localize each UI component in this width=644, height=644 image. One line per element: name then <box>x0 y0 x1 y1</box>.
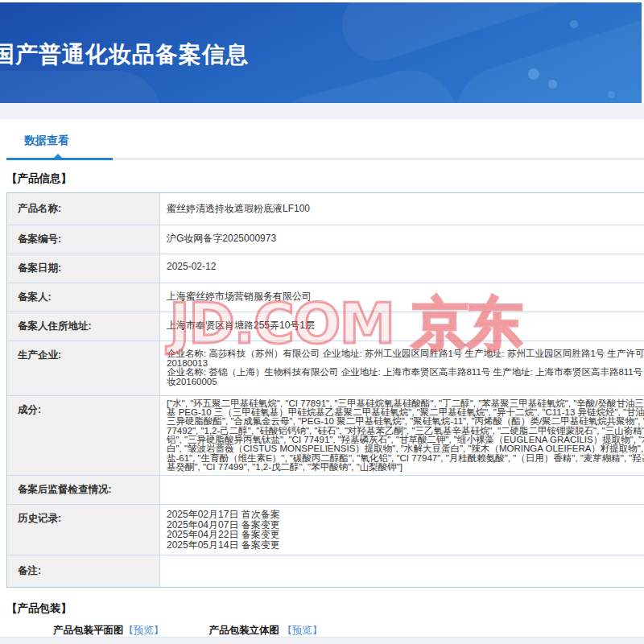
row-value: 2025年02月17日 首次备案 2025年04月07日 备案变更 2025年0… <box>160 505 644 555</box>
history-line: 2025年05月14日 备案变更 <box>167 540 644 551</box>
table-row-supervision: 备案后监督检查情况: <box>7 476 644 505</box>
row-label: 备案人: <box>7 283 160 312</box>
table-row-filing-number: 备案编号: 沪G妆网备字2025000973 <box>7 225 644 254</box>
history-line: 2025年04月22日 备案变更 <box>167 530 644 540</box>
banner-decor-dot <box>548 80 557 89</box>
row-label: 备案后监督检查情况: <box>7 476 160 504</box>
packaging-flat-preview-link[interactable]: 【预览】 <box>124 625 164 636</box>
row-label: 产品名称: <box>7 193 160 225</box>
row-label: 生产企业: <box>7 341 160 395</box>
manufacturer-line: 妆20160005 <box>167 378 644 387</box>
row-value <box>160 476 644 504</box>
tab-bar: 数据查看 <box>6 119 644 160</box>
packaging-previews: 产品包装平面图【预览】产品包装立体图 【预览】 <box>53 624 644 638</box>
page-title: 国产普通化妆品备案信息 <box>0 39 249 70</box>
tab-pointer-icon <box>53 154 63 159</box>
table-row-ingredients: 成分: ["水", "环五聚二甲基硅氧烷", "CI 77891", "三甲基硅… <box>7 396 644 476</box>
row-value <box>160 555 644 587</box>
product-info-table: 产品名称: 蜜丝婷清透持妆遮瑕粉底液LF100 备案编号: 沪G妆网备字2025… <box>6 192 644 588</box>
table-row-filer-address: 备案人住所地址: 上海市奉贤区肖塘路255弄10号1层 <box>7 312 644 341</box>
row-value: 企业名称: 高莎科技（苏州）有限公司 企业地址: 苏州工业园区同胜路1号 生产地… <box>160 341 644 395</box>
section-packaging: 【产品包装】 <box>6 601 644 616</box>
page-banner: 国产普通化妆品备案信息 <box>0 2 642 103</box>
banner-decor-dot <box>608 91 615 98</box>
manufacturer-line: 企业名称: 荟锦（上海）生物科技有限公司 企业地址: 上海市奉贤区高丰路811号… <box>167 368 644 378</box>
row-label: 备注: <box>7 555 160 587</box>
row-value: 上海市奉贤区肖塘路255弄10号1层 <box>160 312 644 341</box>
row-value: 蜜丝婷清透持妆遮瑕粉底液LF100 <box>160 193 644 225</box>
table-row-filing-date: 备案日期: 2025-02-12 <box>7 254 644 283</box>
history-line: 2025年02月17日 首次备案 <box>167 510 644 520</box>
table-row-filer: 备案人: 上海蜜丝婷市场营销服务有限公司 <box>7 283 644 312</box>
ingredient-line: 基癸酮", "CI 77499", "1,2-戊二醇", "苯甲酸钠", "山梨… <box>167 463 644 472</box>
registration-page: 国产普通化妆品备案信息 数据查看 【产品信息】 产品名称: 蜜丝婷清透持妆遮瑕粉… <box>0 0 644 644</box>
row-label: 历史记录: <box>7 505 160 555</box>
table-row-manufacturer: 生产企业: 企业名称: 高莎科技（苏州）有限公司 企业地址: 苏州工业园区同胜路… <box>7 341 644 396</box>
row-value: 上海蜜丝婷市场营销服务有限公司 <box>160 283 644 312</box>
section-product-info: 【产品信息】 <box>6 171 644 186</box>
ingredient-line: 白", "皱波岩蔷薇（CISTUS MONSPELIENSIS）提取物", "水… <box>167 444 644 453</box>
packaging-flat-label: 产品包装平面图 <box>53 625 124 636</box>
tab-underline <box>6 158 644 160</box>
banner-decor-dot <box>570 20 578 28</box>
row-value: 2025-02-12 <box>160 254 644 283</box>
table-row-history: 历史记录: 2025年02月17日 首次备案 2025年04月07日 备案变更 … <box>7 505 644 555</box>
footer-strip <box>0 637 644 644</box>
row-label: 备案日期: <box>7 254 160 283</box>
table-row-product-name: 产品名称: 蜜丝婷清透持妆遮瑕粉底液LF100 <box>7 193 644 225</box>
banner-subband <box>0 103 644 119</box>
row-label: 备案人住所地址: <box>7 312 160 341</box>
ingredient-line: 三异硬脂酸酯", "合成氟金云母", "PEG-10 聚二甲基硅氧烷", "聚硅… <box>167 417 644 426</box>
row-label: 成分: <box>7 396 160 475</box>
banner-decor-dot <box>528 68 539 80</box>
banner-decor-ellipse <box>0 71 161 103</box>
packaging-stereo-preview-link[interactable]: 【预览】 <box>282 625 322 636</box>
packaging-stereo-label: 产品包装立体图 <box>209 625 280 636</box>
banner-decor-capsule <box>257 60 469 103</box>
manufacturer-line: 企业名称: 高莎科技（苏州）有限公司 企业地址: 苏州工业园区同胜路1号 生产地… <box>167 349 644 359</box>
row-value: 沪G妆网备字2025000973 <box>160 225 644 254</box>
row-label: 备案编号: <box>7 225 160 254</box>
main-content: 数据查看 【产品信息】 产品名称: 蜜丝婷清透持妆遮瑕粉底液LF100 备案编号… <box>0 119 644 644</box>
row-value: ["水", "环五聚二甲基硅氧烷", "CI 77891", "三甲基硅烷氧基硅… <box>160 396 644 475</box>
table-row-remark: 备注: <box>7 555 644 587</box>
